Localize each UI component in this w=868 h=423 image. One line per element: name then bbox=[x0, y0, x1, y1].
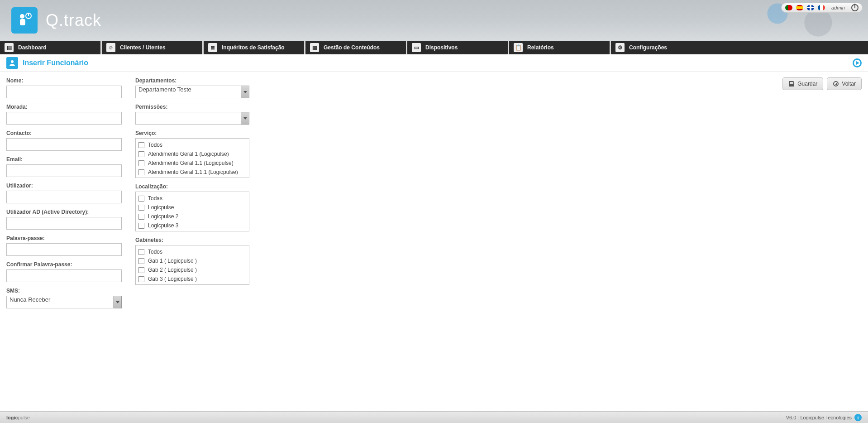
flag-fr-icon[interactable] bbox=[818, 5, 825, 10]
svg-rect-3 bbox=[28, 14, 29, 16]
input-password2[interactable] bbox=[6, 269, 122, 282]
nav-clientes[interactable]: ☺Clientes / Utentes bbox=[102, 41, 204, 54]
checkbox-icon[interactable] bbox=[138, 249, 144, 255]
chevron-down-icon bbox=[116, 301, 119, 303]
checkbox-row[interactable]: Logicpulse 3 bbox=[138, 221, 246, 230]
checkbox-row[interactable]: Atendimento Geral 1 (Logicpulse) bbox=[138, 149, 246, 159]
checkbox-row[interactable]: Gab 3 ( Logicpulse ) bbox=[138, 274, 246, 284]
panel-localizacao[interactable]: TodasLogicpulseLogicpulse 2Logicpulse 3 bbox=[135, 192, 249, 231]
play-icon[interactable] bbox=[853, 58, 862, 67]
clients-icon: ☺ bbox=[106, 43, 115, 52]
input-morada[interactable] bbox=[6, 112, 122, 125]
input-contacto[interactable] bbox=[6, 138, 122, 151]
checkbox-icon[interactable] bbox=[138, 267, 144, 273]
save-button[interactable]: Guardar bbox=[782, 77, 823, 90]
svg-point-0 bbox=[20, 14, 24, 19]
logout-icon[interactable] bbox=[851, 4, 858, 11]
top-right-panel: admin bbox=[781, 3, 863, 13]
settings-icon: ⚙ bbox=[615, 43, 625, 52]
checkbox-row[interactable]: Atendimento Geral 1.1.1 (Logicpulse) bbox=[138, 168, 246, 177]
current-user: admin bbox=[829, 5, 848, 10]
select-permissoes[interactable] bbox=[135, 112, 241, 125]
select-permissoes-toggle[interactable] bbox=[241, 112, 249, 125]
flag-es-icon[interactable] bbox=[796, 5, 803, 10]
footer-brand: logicpulse bbox=[6, 415, 30, 420]
panel-gabinetes[interactable]: TodosGab 1 ( Logicpulse )Gab 2 ( Logicpu… bbox=[135, 245, 249, 285]
header: Q.track admin bbox=[0, 0, 868, 41]
nav-label: Dashboard bbox=[18, 44, 47, 51]
checkbox-icon[interactable] bbox=[138, 169, 144, 175]
checkbox-icon[interactable] bbox=[138, 276, 144, 282]
input-utilizador[interactable] bbox=[6, 191, 122, 203]
label-sms: SMS: bbox=[6, 288, 122, 294]
nav-conteudos[interactable]: ▦Gestão de Conteúdos bbox=[305, 41, 407, 54]
nav-relatorios[interactable]: 📋Relatórios bbox=[509, 41, 611, 54]
checkbox-icon[interactable] bbox=[138, 258, 144, 264]
checkbox-row[interactable]: Todos bbox=[138, 140, 246, 149]
back-button[interactable]: Voltar bbox=[827, 77, 862, 90]
checkbox-icon[interactable] bbox=[138, 223, 144, 229]
label-nome: Nome: bbox=[6, 77, 122, 84]
label-servico: Serviço: bbox=[135, 130, 249, 136]
checkbox-icon[interactable] bbox=[138, 160, 144, 166]
input-utilizador-ad[interactable] bbox=[6, 217, 122, 230]
select-departamentos[interactable]: Departamento Teste bbox=[135, 86, 241, 98]
info-icon[interactable]: i bbox=[854, 414, 862, 421]
flag-en-icon[interactable] bbox=[807, 5, 814, 10]
checkbox-label: Todas bbox=[148, 195, 162, 202]
panel-servico[interactable]: TodosAtendimento Geral 1 (Logicpulse)Ate… bbox=[135, 138, 249, 178]
checkbox-label: Atendimento Geral 1 (Logicpulse) bbox=[148, 151, 229, 157]
nav-config[interactable]: ⚙Configurações bbox=[611, 41, 713, 54]
flag-pt-icon[interactable] bbox=[785, 5, 792, 10]
footer: logicpulse V6.0 : Logicpulse Tecnologies… bbox=[0, 411, 868, 423]
checkbox-label: Gab 1 ( Logicpulse ) bbox=[148, 258, 197, 264]
back-icon bbox=[833, 81, 839, 87]
checkbox-row[interactable]: Todos bbox=[138, 247, 246, 256]
nav-label: Clientes / Utentes bbox=[120, 44, 166, 51]
label-password: Palavra-passe: bbox=[6, 235, 122, 241]
label-contacto: Contacto: bbox=[6, 130, 122, 136]
checkbox-label: Atendimento Geral 1.1.1 (Logicpulse) bbox=[148, 169, 238, 175]
checkbox-label: Atendimento Geral 1.1 (Logicpulse) bbox=[148, 160, 234, 166]
logo-block: Q.track bbox=[0, 7, 101, 34]
input-password[interactable] bbox=[6, 243, 122, 256]
middle-column: Departamentos: Departamento Teste Permis… bbox=[135, 77, 249, 285]
survey-icon: ≣ bbox=[208, 43, 217, 52]
nav-inqueritos[interactable]: ≣Inquéritos de Satisfação bbox=[204, 41, 305, 54]
checkbox-label: Logicpulse 2 bbox=[148, 213, 178, 220]
checkbox-row[interactable]: Logicpulse 2 bbox=[138, 212, 246, 221]
nav-dispositivos[interactable]: ▭Dispositivos bbox=[407, 41, 509, 54]
label-gabinetes: Gabinetes: bbox=[135, 237, 249, 243]
checkbox-row[interactable]: Gab 1 ( Logicpulse ) bbox=[138, 256, 246, 265]
checkbox-row[interactable]: Logicpulse bbox=[138, 203, 246, 212]
user-icon bbox=[6, 57, 18, 69]
checkbox-row[interactable]: Todas bbox=[138, 194, 246, 203]
label-password2: Confirmar Palavra-passe: bbox=[6, 261, 122, 268]
input-email[interactable] bbox=[6, 164, 122, 177]
app-title: Q.track bbox=[46, 11, 101, 30]
label-localizacao: Localização: bbox=[135, 183, 249, 190]
checkbox-label: Gab 3 ( Logicpulse ) bbox=[148, 276, 197, 282]
checkbox-row[interactable]: Gab 2 ( Logicpulse ) bbox=[138, 265, 246, 274]
checkbox-label: Todos bbox=[148, 142, 162, 148]
checkbox-icon[interactable] bbox=[138, 196, 144, 202]
checkbox-icon[interactable] bbox=[138, 142, 144, 148]
select-sms-toggle[interactable] bbox=[114, 296, 122, 308]
label-utilizador: Utilizador: bbox=[6, 183, 122, 189]
checkbox-row[interactable]: Atendimento Geral 1.1 (Logicpulse) bbox=[138, 159, 246, 168]
select-sms[interactable]: Nunca Receber bbox=[6, 296, 114, 308]
checkbox-icon[interactable] bbox=[138, 214, 144, 220]
nav-dashboard[interactable]: ▤Dashboard bbox=[0, 41, 102, 54]
chevron-down-icon bbox=[243, 117, 247, 120]
left-column: Nome: Morada: Contacto: Email: Utilizado… bbox=[6, 77, 122, 308]
checkbox-label: Logicpulse bbox=[148, 204, 174, 211]
save-button-label: Guardar bbox=[797, 81, 817, 87]
checkbox-icon[interactable] bbox=[138, 205, 144, 211]
svg-rect-1 bbox=[20, 19, 25, 25]
nav-label: Relatórios bbox=[527, 44, 554, 51]
nav-label: Inquéritos de Satisfação bbox=[222, 44, 285, 51]
select-departamentos-toggle[interactable] bbox=[241, 86, 249, 98]
input-nome[interactable] bbox=[6, 86, 122, 98]
checkbox-icon[interactable] bbox=[138, 151, 144, 157]
page-title: Inserir Funcionário bbox=[23, 59, 88, 67]
